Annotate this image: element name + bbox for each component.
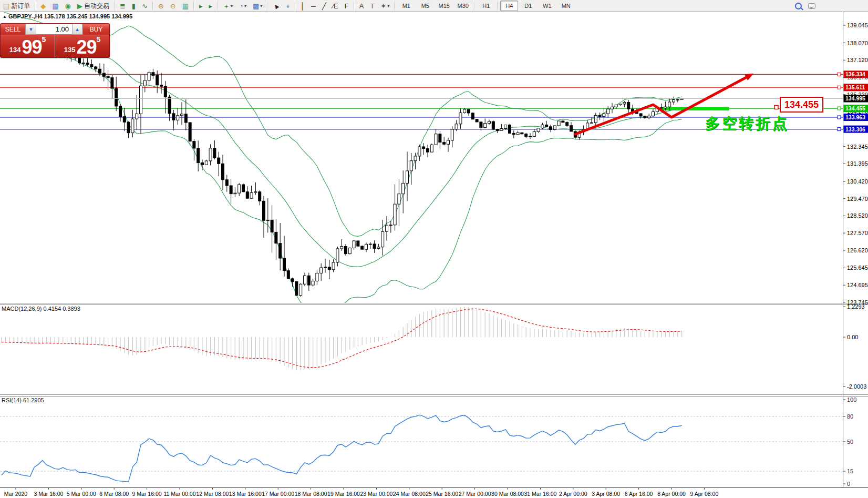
- svg-text:130.420: 130.420: [847, 178, 868, 185]
- cursor-icon[interactable]: ▲: [270, 0, 282, 12]
- timeframe-h4-button[interactable]: H4: [500, 1, 518, 11]
- timeframe-h1-button[interactable]: H1: [477, 1, 495, 11]
- svg-text:25 Mar 16:00: 25 Mar 16:00: [426, 491, 458, 497]
- horizontal-line-icon[interactable]: ─: [308, 0, 318, 12]
- turning-point-note[interactable]: 多空转折点: [705, 114, 789, 134]
- vertical-line-icon[interactable]: │: [298, 0, 307, 12]
- svg-text:19 Mar 16:00: 19 Mar 16:00: [327, 491, 360, 497]
- toolbar-separator: [193, 2, 194, 10]
- period-clock-icon[interactable]: ◔▾: [236, 0, 249, 12]
- market-watch-icon[interactable]: ◆: [38, 0, 48, 12]
- auto-scroll-icon[interactable]: ▸: [197, 0, 205, 12]
- svg-text:18 Mar 08:00: 18 Mar 08:00: [295, 491, 327, 497]
- svg-text:3 Mar 16:00: 3 Mar 16:00: [34, 491, 63, 497]
- lot-size-input[interactable]: 1.00: [36, 24, 72, 35]
- timeframe-m15-button[interactable]: M15: [435, 1, 453, 11]
- new-order-label: 新订单: [11, 2, 30, 11]
- chart-shift-icon[interactable]: ▸: [206, 0, 215, 12]
- svg-text:0: 0: [847, 481, 850, 487]
- autotrade-button[interactable]: ▶自动交易: [75, 0, 112, 12]
- support-price-callout[interactable]: 134.455: [780, 97, 823, 113]
- svg-text:100: 100: [847, 397, 856, 403]
- lot-size-stepper: ▼ 1.00 ▲: [25, 24, 83, 35]
- buy-price-button[interactable]: 135295: [55, 35, 109, 57]
- timeframe-d1-button[interactable]: D1: [519, 1, 537, 11]
- sell-price-button[interactable]: 134995: [1, 35, 55, 57]
- svg-text:131.395: 131.395: [847, 160, 868, 167]
- buy-price-pips: 29: [76, 39, 96, 56]
- lot-decrease-button[interactable]: ▼: [26, 24, 36, 35]
- toolbar-separator: [354, 2, 355, 10]
- svg-text:13 Mar 16:00: 13 Mar 16:00: [229, 491, 262, 497]
- svg-text:136.334: 136.334: [845, 71, 865, 77]
- new-order-button[interactable]: ▤新订单: [1, 0, 33, 12]
- lot-increase-button[interactable]: ▲: [72, 24, 82, 35]
- text-icon[interactable]: A: [357, 0, 367, 12]
- zoom-out-icon[interactable]: ⊖: [168, 0, 179, 12]
- tile-windows-icon[interactable]: ▦: [180, 0, 191, 12]
- svg-text:8 Apr 00:00: 8 Apr 00:00: [657, 491, 686, 497]
- sell-button[interactable]: SELL: [1, 24, 25, 35]
- svg-text:9 Mar 16:00: 9 Mar 16:00: [132, 491, 162, 497]
- sell-price-fraction: 5: [42, 36, 46, 43]
- svg-text:27 Mar 00:00: 27 Mar 00:00: [459, 491, 491, 497]
- svg-text:-2.0003: -2.0003: [847, 383, 866, 390]
- candlestick-chart-icon[interactable]: ▮: [129, 0, 138, 12]
- data-window-icon[interactable]: ▦: [49, 0, 61, 12]
- svg-text:0.00: 0.00: [847, 334, 858, 340]
- trendline-icon[interactable]: ╱: [319, 0, 329, 12]
- sell-price-pips: 99: [22, 39, 42, 56]
- channel-icon[interactable]: ⁄E: [330, 0, 341, 12]
- toolbar-separator: [114, 2, 115, 10]
- timeframe-w1-button[interactable]: W1: [538, 1, 556, 11]
- svg-text:135.611: 135.611: [845, 84, 865, 90]
- community-chat-icon[interactable]: [805, 0, 818, 12]
- svg-text:80: 80: [847, 413, 853, 420]
- chart-canvas[interactable]: 139.045138.070137.120136.170135.220134.2…: [0, 0, 868, 498]
- svg-text:132.345: 132.345: [847, 144, 868, 150]
- toolbar-separator: [267, 2, 268, 10]
- svg-text:Mar 2020: Mar 2020: [4, 491, 28, 497]
- line-chart-icon[interactable]: ∿: [139, 0, 150, 12]
- svg-text:138.070: 138.070: [847, 40, 868, 46]
- svg-text:1.2293: 1.2293: [847, 303, 865, 310]
- symbol-ohlc-line: ▲GBPJPY-,H4 135.178 135.245 134.995 134.…: [3, 13, 132, 19]
- bar-chart-icon[interactable]: ≣: [117, 0, 128, 12]
- svg-text:2 Apr 00:00: 2 Apr 00:00: [559, 491, 587, 497]
- timeframe-m1-button[interactable]: M1: [397, 1, 415, 11]
- template-icon[interactable]: ▩▾: [250, 0, 265, 12]
- buy-price-whole: 135: [64, 44, 76, 56]
- timeframe-m5-button[interactable]: M5: [416, 1, 434, 11]
- toolbar: ▤新订单◆▦◉▶自动交易≣▮∿⊕⊖▦▸▸＋▾◔▾▩▾▲+│─╱⁄EFAT✦▾M1…: [0, 0, 868, 12]
- svg-text:12 Mar 08:00: 12 Mar 08:00: [196, 491, 229, 497]
- crosshair-icon[interactable]: +: [283, 0, 293, 12]
- navigator-icon[interactable]: ◉: [63, 0, 74, 12]
- fibonacci-icon[interactable]: F: [342, 0, 352, 12]
- direction-up-icon: ▲: [3, 14, 7, 19]
- arrows-icon[interactable]: ✦▾: [378, 0, 392, 12]
- zoom-in-icon[interactable]: ⊕: [156, 0, 167, 12]
- svg-text:134.455: 134.455: [845, 105, 865, 111]
- new-chart-icon[interactable]: ＋▾: [220, 0, 235, 12]
- svg-text:50: 50: [847, 439, 853, 445]
- mt4-window: { "toolbar": { "new_order_label": "新订单",…: [0, 0, 868, 498]
- toolbar-separator: [217, 2, 218, 10]
- svg-text:133.963: 133.963: [845, 114, 865, 120]
- timeframe-m30-button[interactable]: M30: [454, 1, 472, 11]
- buy-button[interactable]: BUY: [83, 24, 109, 35]
- autotrade-label: 自动交易: [84, 2, 109, 11]
- svg-text:129.470: 129.470: [847, 196, 868, 202]
- buy-price-fraction: 5: [96, 36, 100, 43]
- toolbar-separator: [474, 2, 475, 10]
- toolbar-separator: [497, 2, 498, 10]
- toolbar-separator: [35, 2, 36, 10]
- svg-text:137.120: 137.120: [847, 57, 868, 63]
- svg-text:23 Mar 00:00: 23 Mar 00:00: [360, 491, 392, 497]
- svg-text:3 Apr 08:00: 3 Apr 08:00: [592, 491, 620, 497]
- timeframe-mn-button[interactable]: MN: [557, 1, 575, 11]
- svg-text:139.045: 139.045: [847, 22, 868, 28]
- svg-text:127.570: 127.570: [847, 230, 868, 236]
- rsi-label: RSI(14) 61.2905: [2, 397, 44, 403]
- symbol-search-icon[interactable]: [792, 0, 804, 12]
- text-label-icon[interactable]: T: [367, 0, 377, 12]
